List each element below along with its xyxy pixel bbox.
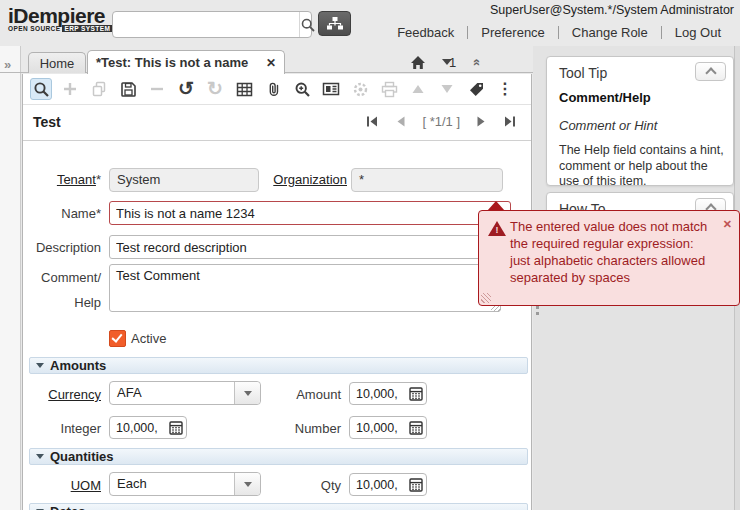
parent-record-button[interactable] <box>407 78 429 100</box>
sitemap-icon <box>326 16 344 31</box>
record-header: Test [ *1/1 ] <box>23 104 531 141</box>
comment-help-label-1: Comment/ <box>23 270 101 286</box>
qty-field[interactable]: 10,000, <box>349 473 427 496</box>
tabbar-controls: 1 » <box>410 52 530 72</box>
chevron-up-icon <box>705 67 716 78</box>
print-button[interactable] <box>378 78 400 100</box>
window-list-dropdown[interactable]: 1 <box>442 55 456 70</box>
process-button[interactable] <box>349 78 371 100</box>
organization-label: Organization <box>263 168 347 192</box>
zoom-across-button[interactable] <box>291 78 313 100</box>
number-label: Number <box>263 417 341 441</box>
section-dates[interactable]: Dates <box>29 503 528 510</box>
feedback-link[interactable]: Feedback <box>384 25 467 40</box>
window-count: 1 <box>449 55 456 70</box>
test-window-panel: ↺ ↻ <box>22 74 532 510</box>
collapse-panel-button[interactable] <box>695 62 726 81</box>
close-tab-icon[interactable]: ✕ <box>266 56 276 70</box>
more-options-button[interactable]: ⋮ <box>494 78 516 100</box>
last-record-button[interactable] <box>503 115 517 128</box>
collapse-triangle-icon <box>36 363 44 368</box>
uom-label: UOM <box>23 474 101 498</box>
search-icon[interactable] <box>299 12 316 37</box>
popup-callout-arrow <box>487 201 505 211</box>
comment-help-label-2: Help <box>23 295 101 311</box>
caret-down-icon <box>244 482 252 487</box>
tenant-label: Tenant* <box>23 168 101 192</box>
dropdown-button[interactable] <box>234 382 260 404</box>
integer-field[interactable]: 10,000, <box>109 416 187 439</box>
tooltip-description: The Help field contains a hint, comment … <box>559 143 725 190</box>
window-toolbar: ↺ ↻ <box>23 74 531 105</box>
check-icon <box>111 331 122 343</box>
logo-tagline-left: Open Source <box>8 25 60 32</box>
report-button[interactable] <box>320 78 342 100</box>
previous-record-button[interactable] <box>394 115 407 128</box>
tooltip-panel-title: Tool Tip <box>559 65 607 81</box>
home-icon[interactable] <box>410 55 426 70</box>
record-position: [ *1/1 ] <box>422 114 460 129</box>
preference-link[interactable]: Preference <box>468 25 558 40</box>
popup-resize-grip[interactable] <box>481 293 491 303</box>
global-search <box>112 11 312 38</box>
change-role-link[interactable]: Change Role <box>559 25 661 40</box>
number-field[interactable]: 10,000, <box>349 416 427 439</box>
new-record-button[interactable] <box>59 78 81 100</box>
idempiere-window: iDempiere Open SourceERP System SuperUse… <box>0 0 740 510</box>
label-button[interactable] <box>465 78 487 100</box>
next-record-button[interactable] <box>475 115 488 128</box>
tooltip-hint: Comment or Hint <box>559 118 657 133</box>
active-checkbox[interactable] <box>109 330 126 347</box>
logout-link[interactable]: Log Out <box>662 25 734 40</box>
amount-field[interactable]: 10,000, <box>349 382 427 405</box>
tooltip-panel: Tool Tip Comment/Help Comment or Hint Th… <box>546 56 734 186</box>
copy-record-button[interactable] <box>88 78 110 100</box>
undo-button[interactable]: ↺ <box>175 78 197 100</box>
tooltip-field-name: Comment/Help <box>559 90 651 105</box>
error-message: The entered value does not match the req… <box>510 218 710 286</box>
caret-down-icon <box>244 391 252 396</box>
find-button[interactable] <box>30 78 52 100</box>
global-search-input[interactable] <box>119 14 299 36</box>
west-panel-collapsed <box>0 46 21 510</box>
dropdown-button[interactable] <box>234 473 260 495</box>
name-input[interactable] <box>109 201 511 225</box>
currency-combo[interactable]: AFA <box>109 381 261 405</box>
comment-help-textarea[interactable]: Test Comment <box>109 264 501 312</box>
save-button[interactable] <box>117 78 139 100</box>
calculator-icon[interactable] <box>409 421 426 435</box>
active-label: Active <box>131 327 166 351</box>
uom-combo[interactable]: Each <box>109 472 261 496</box>
attachment-button[interactable] <box>262 78 284 100</box>
logged-in-user: SuperUser@System.*/System Administrator <box>490 3 734 17</box>
delete-record-button[interactable] <box>146 78 168 100</box>
first-record-button[interactable] <box>365 115 379 128</box>
section-amounts[interactable]: Amounts <box>29 357 528 374</box>
calculator-icon[interactable] <box>409 387 426 401</box>
refresh-button[interactable]: ↻ <box>204 78 226 100</box>
amount-label: Amount <box>263 383 341 407</box>
tenant-field: System <box>109 168 259 192</box>
calculator-icon[interactable] <box>409 478 426 492</box>
collapse-all-icon[interactable]: » <box>468 58 483 65</box>
menu-lookup-button[interactable] <box>318 11 351 36</box>
organization-field: * <box>351 168 503 192</box>
logo-tagline-right: ERP System <box>62 25 112 32</box>
tab-home[interactable]: Home <box>28 52 86 73</box>
calculator-icon[interactable] <box>169 421 186 435</box>
close-popup-icon[interactable]: ✕ <box>723 218 732 231</box>
detail-record-button[interactable] <box>436 78 458 100</box>
integer-label: Integer <box>23 417 101 441</box>
section-quantities[interactable]: Quantities <box>29 448 528 465</box>
grid-toggle-button[interactable] <box>233 78 255 100</box>
expand-menu-icon[interactable]: » <box>4 57 11 72</box>
logo-title: iDempiere <box>8 5 112 27</box>
description-input[interactable] <box>109 235 511 259</box>
window-title: Test <box>33 114 61 130</box>
tab-test-window[interactable]: *Test: This is not a name ✕ <box>87 50 285 74</box>
warning-icon: ! <box>488 221 506 236</box>
collapse-triangle-icon <box>36 454 44 459</box>
name-label: Name* <box>23 202 101 226</box>
validation-error-popup: ! The entered value does not match the r… <box>478 210 740 306</box>
record-navigation: [ *1/1 ] <box>365 114 517 129</box>
